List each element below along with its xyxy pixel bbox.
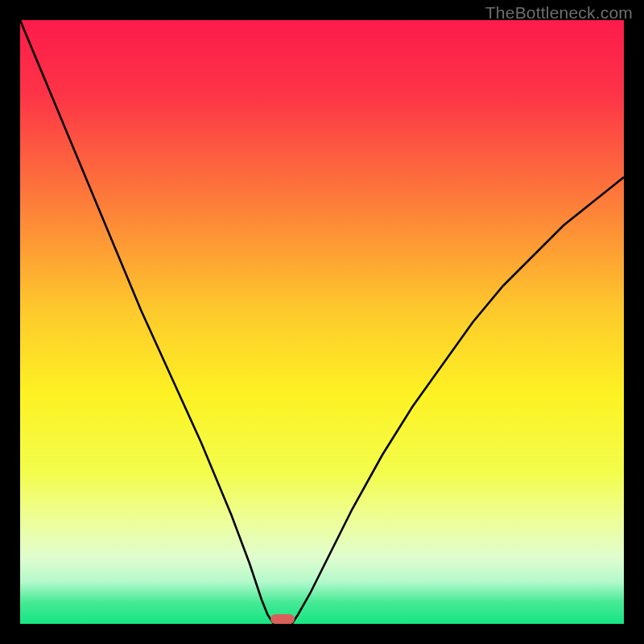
curve-left xyxy=(20,20,274,624)
chart-area xyxy=(20,20,624,624)
curve-layer xyxy=(20,20,624,624)
bottleneck-marker xyxy=(270,614,295,624)
curve-right xyxy=(292,177,625,624)
